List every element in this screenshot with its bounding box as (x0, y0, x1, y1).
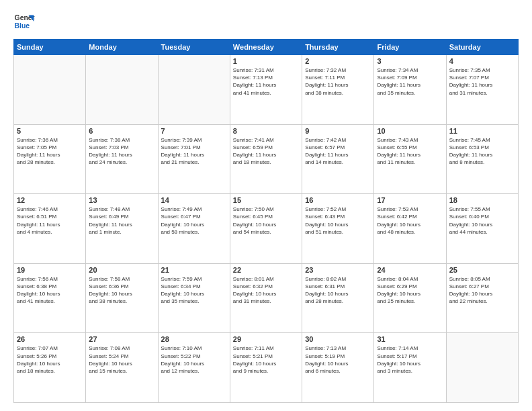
day-info: Sunrise: 8:02 AM Sunset: 6:31 PM Dayligh… (305, 275, 371, 306)
calendar-cell: 3Sunrise: 7:34 AM Sunset: 7:09 PM Daylig… (374, 55, 446, 125)
day-info: Sunrise: 7:46 AM Sunset: 6:51 PM Dayligh… (17, 205, 83, 236)
calendar-cell: 23Sunrise: 8:02 AM Sunset: 6:31 PM Dayli… (302, 263, 374, 333)
day-number: 15 (233, 196, 299, 204)
day-number: 12 (17, 196, 83, 204)
calendar-cell: 4Sunrise: 7:35 AM Sunset: 7:07 PM Daylig… (446, 55, 518, 125)
day-info: Sunrise: 7:07 AM Sunset: 5:26 PM Dayligh… (17, 345, 83, 375)
day-info: Sunrise: 7:36 AM Sunset: 7:05 PM Dayligh… (17, 136, 83, 167)
calendar-cell: 26Sunrise: 7:07 AM Sunset: 5:26 PM Dayli… (14, 333, 86, 403)
calendar-cell: 22Sunrise: 8:01 AM Sunset: 6:32 PM Dayli… (230, 263, 302, 333)
day-info: Sunrise: 7:10 AM Sunset: 5:22 PM Dayligh… (161, 345, 227, 375)
calendar-cell: 12Sunrise: 7:46 AM Sunset: 6:51 PM Dayli… (14, 194, 86, 264)
calendar-cell (158, 55, 230, 125)
day-info: Sunrise: 7:38 AM Sunset: 7:03 PM Dayligh… (89, 136, 154, 167)
calendar-cell: 7Sunrise: 7:39 AM Sunset: 7:01 PM Daylig… (158, 124, 230, 194)
day-number: 2 (305, 57, 371, 65)
day-number: 19 (17, 266, 83, 274)
day-number: 21 (161, 266, 227, 274)
calendar-cell: 15Sunrise: 7:50 AM Sunset: 6:45 PM Dayli… (230, 194, 302, 264)
logo-icon: General Blue (13, 11, 35, 32)
weekday-friday: Friday (374, 40, 446, 55)
day-info: Sunrise: 8:01 AM Sunset: 6:32 PM Dayligh… (233, 275, 299, 306)
day-number: 5 (17, 127, 83, 135)
logo: General Blue (13, 11, 38, 32)
day-number: 25 (449, 266, 515, 274)
weekday-thursday: Thursday (302, 40, 374, 55)
calendar-cell: 19Sunrise: 7:56 AM Sunset: 6:38 PM Dayli… (14, 263, 86, 333)
day-number: 13 (89, 196, 154, 204)
calendar-cell: 14Sunrise: 7:49 AM Sunset: 6:47 PM Dayli… (158, 194, 230, 264)
day-info: Sunrise: 7:32 AM Sunset: 7:11 PM Dayligh… (305, 66, 371, 97)
day-number: 26 (17, 335, 83, 343)
day-number: 23 (305, 266, 371, 274)
day-info: Sunrise: 7:58 AM Sunset: 6:36 PM Dayligh… (89, 275, 154, 306)
weekday-saturday: Saturday (446, 40, 518, 55)
calendar-cell: 6Sunrise: 7:38 AM Sunset: 7:03 PM Daylig… (86, 124, 158, 194)
calendar-cell: 1Sunrise: 7:31 AM Sunset: 7:13 PM Daylig… (230, 55, 302, 125)
week-row-2: 12Sunrise: 7:46 AM Sunset: 6:51 PM Dayli… (14, 194, 519, 264)
day-info: Sunrise: 7:13 AM Sunset: 5:19 PM Dayligh… (305, 345, 371, 375)
calendar-cell: 30Sunrise: 7:13 AM Sunset: 5:19 PM Dayli… (302, 333, 374, 403)
calendar-cell: 8Sunrise: 7:41 AM Sunset: 6:59 PM Daylig… (230, 124, 302, 194)
day-number: 29 (233, 335, 299, 343)
day-info: Sunrise: 7:34 AM Sunset: 7:09 PM Dayligh… (377, 66, 443, 97)
weekday-wednesday: Wednesday (230, 40, 302, 55)
day-number: 6 (89, 127, 154, 135)
day-number: 31 (377, 335, 443, 343)
day-info: Sunrise: 7:59 AM Sunset: 6:34 PM Dayligh… (161, 275, 227, 306)
header: General Blue (13, 11, 519, 32)
calendar-cell: 31Sunrise: 7:14 AM Sunset: 5:17 PM Dayli… (374, 333, 446, 403)
day-number: 27 (89, 335, 154, 343)
day-info: Sunrise: 7:45 AM Sunset: 6:53 PM Dayligh… (449, 136, 515, 167)
calendar-cell: 18Sunrise: 7:55 AM Sunset: 6:40 PM Dayli… (446, 194, 518, 264)
calendar-cell: 20Sunrise: 7:58 AM Sunset: 6:36 PM Dayli… (86, 263, 158, 333)
calendar-cell: 29Sunrise: 7:11 AM Sunset: 5:21 PM Dayli… (230, 333, 302, 403)
day-info: Sunrise: 7:08 AM Sunset: 5:24 PM Dayligh… (89, 345, 154, 375)
day-info: Sunrise: 7:49 AM Sunset: 6:47 PM Dayligh… (161, 205, 227, 236)
day-number: 8 (233, 127, 299, 135)
day-number: 9 (305, 127, 371, 135)
day-info: Sunrise: 7:31 AM Sunset: 7:13 PM Dayligh… (233, 66, 299, 97)
week-row-1: 5Sunrise: 7:36 AM Sunset: 7:05 PM Daylig… (14, 124, 519, 194)
day-info: Sunrise: 7:48 AM Sunset: 6:49 PM Dayligh… (89, 205, 154, 236)
calendar-cell (14, 55, 86, 125)
day-info: Sunrise: 7:50 AM Sunset: 6:45 PM Dayligh… (233, 205, 299, 236)
week-row-0: 1Sunrise: 7:31 AM Sunset: 7:13 PM Daylig… (14, 55, 519, 125)
day-number: 10 (377, 127, 443, 135)
day-number: 17 (377, 196, 443, 204)
weekday-monday: Monday (86, 40, 158, 55)
day-number: 22 (233, 266, 299, 274)
day-info: Sunrise: 8:05 AM Sunset: 6:27 PM Dayligh… (449, 275, 515, 306)
calendar-cell: 2Sunrise: 7:32 AM Sunset: 7:11 PM Daylig… (302, 55, 374, 125)
calendar-cell: 27Sunrise: 7:08 AM Sunset: 5:24 PM Dayli… (86, 333, 158, 403)
calendar-cell: 28Sunrise: 7:10 AM Sunset: 5:22 PM Dayli… (158, 333, 230, 403)
weekday-tuesday: Tuesday (158, 40, 230, 55)
day-number: 4 (449, 57, 515, 65)
day-info: Sunrise: 7:52 AM Sunset: 6:43 PM Dayligh… (305, 205, 371, 236)
day-number: 30 (305, 335, 371, 343)
week-row-4: 26Sunrise: 7:07 AM Sunset: 5:26 PM Dayli… (14, 333, 519, 403)
calendar-cell: 5Sunrise: 7:36 AM Sunset: 7:05 PM Daylig… (14, 124, 86, 194)
day-info: Sunrise: 7:42 AM Sunset: 6:57 PM Dayligh… (305, 136, 371, 167)
calendar-cell: 21Sunrise: 7:59 AM Sunset: 6:34 PM Dayli… (158, 263, 230, 333)
day-info: Sunrise: 7:11 AM Sunset: 5:21 PM Dayligh… (233, 345, 299, 375)
day-number: 28 (161, 335, 227, 343)
day-number: 11 (449, 127, 515, 135)
calendar-table: SundayMondayTuesdayWednesdayThursdayFrid… (13, 39, 519, 403)
calendar-cell: 16Sunrise: 7:52 AM Sunset: 6:43 PM Dayli… (302, 194, 374, 264)
day-number: 1 (233, 57, 299, 65)
calendar-cell: 17Sunrise: 7:53 AM Sunset: 6:42 PM Dayli… (374, 194, 446, 264)
calendar-cell: 11Sunrise: 7:45 AM Sunset: 6:53 PM Dayli… (446, 124, 518, 194)
day-number: 3 (377, 57, 443, 65)
calendar-cell: 25Sunrise: 8:05 AM Sunset: 6:27 PM Dayli… (446, 263, 518, 333)
calendar-cell: 24Sunrise: 8:04 AM Sunset: 6:29 PM Dayli… (374, 263, 446, 333)
day-number: 7 (161, 127, 227, 135)
day-info: Sunrise: 7:53 AM Sunset: 6:42 PM Dayligh… (377, 205, 443, 236)
day-info: Sunrise: 7:56 AM Sunset: 6:38 PM Dayligh… (17, 275, 83, 306)
calendar-cell (446, 333, 518, 403)
day-info: Sunrise: 7:55 AM Sunset: 6:40 PM Dayligh… (449, 205, 515, 236)
weekday-header-row: SundayMondayTuesdayWednesdayThursdayFrid… (14, 40, 519, 55)
day-info: Sunrise: 7:35 AM Sunset: 7:07 PM Dayligh… (449, 66, 515, 97)
day-number: 16 (305, 196, 371, 204)
day-number: 18 (449, 196, 515, 204)
